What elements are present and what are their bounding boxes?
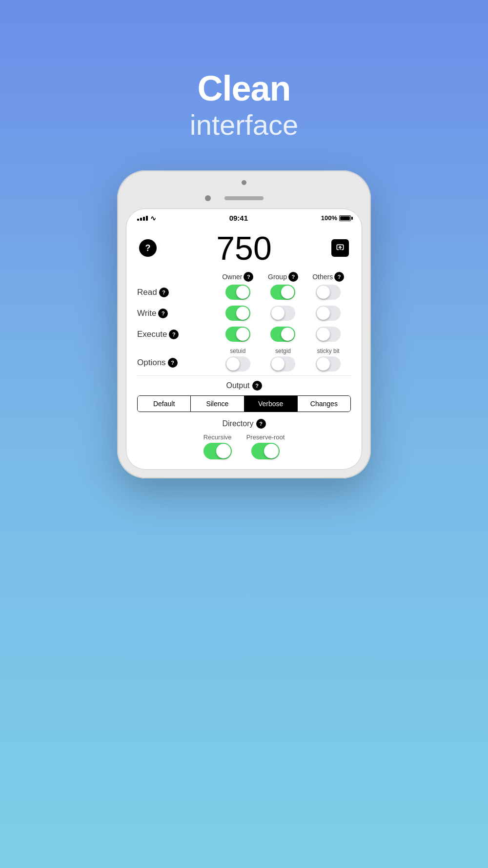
read-group-toggle-cell xyxy=(261,285,306,300)
output-label: Output xyxy=(226,381,249,390)
wifi-icon: ∿ xyxy=(150,214,156,222)
options-row: Options ? setuid setgid xyxy=(137,348,351,372)
owner-header: Owner ? xyxy=(215,272,261,282)
app-header-row: ? 750 xyxy=(137,229,351,267)
output-segmented-control: Default Silence Verbose Changes xyxy=(137,395,351,412)
stickybit-toggle[interactable] xyxy=(316,356,341,372)
permission-number: 750 xyxy=(216,229,271,267)
execute-info-icon[interactable]: ? xyxy=(169,330,179,339)
read-others-toggle[interactable] xyxy=(316,285,341,300)
write-others-toggle-cell xyxy=(305,306,351,321)
read-row: Read ? xyxy=(137,285,351,300)
execute-label: Execute ? xyxy=(137,330,215,339)
share-icon xyxy=(335,243,345,253)
recursive-toggle[interactable] xyxy=(203,443,232,459)
preserve-root-label: Preserve-root xyxy=(246,434,285,441)
others-info-icon[interactable]: ? xyxy=(334,272,344,282)
header-section: Clean interface xyxy=(190,68,298,141)
write-label: Write ? xyxy=(137,309,215,318)
directory-label: Directory xyxy=(222,419,253,428)
status-bar: ∿ 09:41 100% xyxy=(126,209,362,224)
phone-speaker xyxy=(224,196,264,200)
write-info-icon[interactable]: ? xyxy=(158,309,168,318)
interface-subtitle: interface xyxy=(190,108,298,141)
phone-mockup: ∿ 09:41 100% ? 750 xyxy=(117,170,371,478)
grid-header-row: Owner ? Group ? Others ? xyxy=(137,272,351,282)
execute-group-toggle-cell xyxy=(261,327,306,342)
read-info-icon[interactable]: ? xyxy=(159,288,169,297)
setgid-toggle[interactable] xyxy=(270,356,295,372)
battery-percent: 100% xyxy=(321,214,337,222)
options-info-icon[interactable]: ? xyxy=(168,358,178,368)
setuid-label: setuid xyxy=(230,348,245,354)
status-right: 100% xyxy=(321,214,351,222)
execute-group-toggle[interactable] xyxy=(270,327,295,342)
output-verbose-button[interactable]: Verbose xyxy=(244,396,298,412)
battery-fill xyxy=(340,216,350,220)
owner-info-icon[interactable]: ? xyxy=(244,272,253,282)
divider-1 xyxy=(137,375,351,376)
stickybit-cell: sticky bit xyxy=(305,348,351,372)
phone-top-bar xyxy=(126,191,362,206)
read-owner-toggle[interactable] xyxy=(225,285,250,300)
read-label: Read ? xyxy=(137,288,215,297)
output-info-icon[interactable]: ? xyxy=(252,381,262,391)
recursive-option: Recursive xyxy=(203,434,232,459)
write-group-toggle[interactable] xyxy=(270,306,295,321)
execute-row: Execute ? xyxy=(137,327,351,342)
app-content: ? 750 O xyxy=(126,224,362,469)
write-owner-toggle-cell xyxy=(215,306,261,321)
directory-section-header: Directory ? xyxy=(137,419,351,429)
clean-title: Clean xyxy=(190,68,298,108)
directory-section: Directory ? Recursive Preserve-root xyxy=(137,419,351,459)
output-changes-button[interactable]: Changes xyxy=(298,396,350,412)
preserve-root-option: Preserve-root xyxy=(246,434,285,459)
phone-camera xyxy=(205,195,211,201)
execute-owner-toggle-cell xyxy=(215,327,261,342)
directory-info-icon[interactable]: ? xyxy=(256,419,266,429)
help-button[interactable]: ? xyxy=(139,239,157,257)
write-row: Write ? xyxy=(137,306,351,321)
write-group-toggle-cell xyxy=(261,306,306,321)
group-header: Group ? xyxy=(261,272,306,282)
setuid-cell: setuid xyxy=(215,348,261,372)
execute-others-toggle-cell xyxy=(305,327,351,342)
share-button[interactable] xyxy=(331,239,349,257)
write-owner-toggle[interactable] xyxy=(225,306,250,321)
status-left: ∿ xyxy=(137,214,156,222)
phone-screen: ∿ 09:41 100% ? 750 xyxy=(126,208,362,470)
execute-others-toggle[interactable] xyxy=(316,327,341,342)
directory-options-row: Recursive Preserve-root xyxy=(137,434,351,459)
options-label: Options ? xyxy=(137,348,215,372)
read-group-toggle[interactable] xyxy=(270,285,295,300)
signal-icon xyxy=(137,216,148,221)
setuid-toggle[interactable] xyxy=(225,356,250,372)
read-others-toggle-cell xyxy=(305,285,351,300)
execute-owner-toggle[interactable] xyxy=(225,327,250,342)
recursive-label: Recursive xyxy=(203,434,232,441)
write-others-toggle[interactable] xyxy=(316,306,341,321)
output-silence-button[interactable]: Silence xyxy=(191,396,244,412)
battery-icon xyxy=(339,215,351,221)
preserve-root-toggle[interactable] xyxy=(251,443,280,459)
group-info-icon[interactable]: ? xyxy=(288,272,298,282)
setgid-label: setgid xyxy=(275,348,291,354)
output-section-header: Output ? xyxy=(137,381,351,391)
others-header: Others ? xyxy=(305,272,351,282)
setgid-cell: setgid xyxy=(261,348,306,372)
stickybit-label: sticky bit xyxy=(317,348,340,354)
permission-grid: Owner ? Group ? Others ? xyxy=(137,272,351,372)
read-owner-toggle-cell xyxy=(215,285,261,300)
status-time: 09:41 xyxy=(229,214,248,222)
output-default-button[interactable]: Default xyxy=(138,396,191,412)
